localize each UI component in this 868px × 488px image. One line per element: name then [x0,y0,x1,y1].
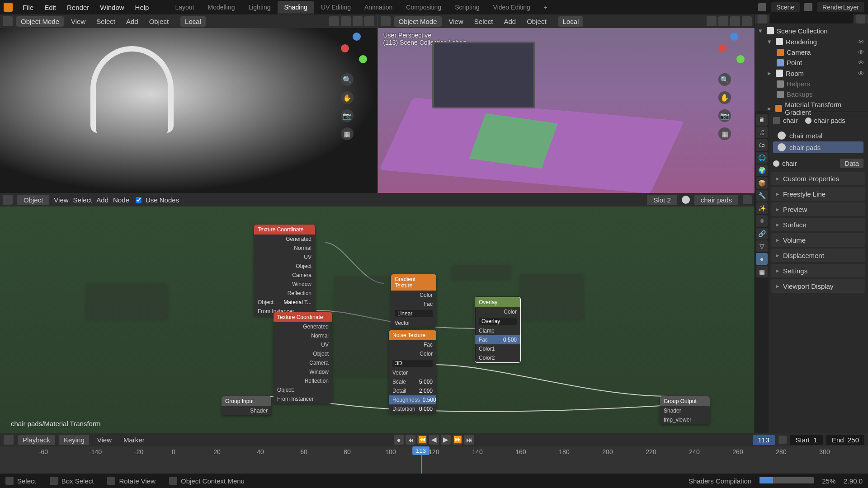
node-mix-overlay[interactable]: Overlay Color Overlay Clamp Fac0.500 Col… [475,297,521,363]
vp-menu-object[interactable]: Object [523,16,550,27]
socket-window[interactable]: Window [309,369,329,375]
menu-file[interactable]: File [18,2,38,13]
prop-tab-world[interactable]: 🌍 [756,164,768,176]
node-menu-add[interactable]: Add [96,196,108,204]
socket-generated[interactable]: Generated [286,236,311,242]
current-frame-field[interactable]: 113 [753,435,775,445]
node-texture-coordinate-2[interactable]: Texture Coordinate Generated Normal UV O… [274,312,332,404]
panel-settings[interactable]: ▸Settings [771,264,865,277]
socket-uv[interactable]: UV [321,342,329,348]
shading-matprev-icon[interactable] [353,16,363,26]
shading-matprev-icon[interactable] [730,16,740,26]
scale-value[interactable]: 5.000 [419,379,433,385]
auto-key-icon[interactable]: ● [394,435,404,445]
visibility-icon[interactable]: 👁 [858,38,864,46]
use-nodes-checkbox[interactable]: Use Nodes [134,196,179,204]
play-icon[interactable]: ▶ [441,435,451,445]
prop-tab-physics[interactable]: ⚛ [756,215,768,227]
panel-volume[interactable]: ▸Volume [771,233,865,247]
visibility-icon[interactable]: 👁 [858,48,864,56]
vp-menu-view[interactable]: View [445,16,467,27]
prop-tab-material[interactable]: ● [756,253,768,265]
node-menu-node[interactable]: Node [113,196,129,204]
shading-rendered-icon[interactable] [364,16,374,26]
panel-surface[interactable]: ▸Surface [771,218,865,231]
socket-tmp-viewer[interactable]: tmp_viewer [664,417,691,423]
socket-vector[interactable]: Vector [395,320,410,326]
end-frame-field[interactable]: End 250 [826,435,864,445]
prop-tab-scene[interactable]: 🌐 [756,152,768,164]
keying-menu[interactable]: Keying [59,435,89,445]
editor-type-icon[interactable] [3,195,13,205]
node-noise-texture[interactable]: Noise Texture Fac Color 3D Vector Scale5… [389,330,436,413]
editor-type-icon[interactable] [758,14,767,23]
use-nodes-input[interactable] [136,197,142,203]
outliner-item-room[interactable]: ▸ Room 👁 [755,68,868,79]
nav-gizmo[interactable] [718,33,750,64]
visibility-icon[interactable]: 👁 [858,59,864,66]
blend-mode-selector[interactable]: Overlay [479,318,517,325]
vp-menu-select[interactable]: Select [93,16,119,27]
vp-menu-add[interactable]: Add [123,16,142,27]
tab-uv-editing[interactable]: UV Editing [315,1,357,14]
socket-normal[interactable]: Normal [311,333,329,339]
link-data-toggle[interactable]: Data [840,159,863,168]
faded-node[interactable] [452,265,511,279]
menu-window[interactable]: Window [95,2,128,13]
start-frame-field[interactable]: Start 1 [790,435,823,445]
panel-custom-properties[interactable]: ▸Custom Properties [771,172,865,185]
material-datablock-name[interactable]: chair [782,160,797,167]
editor-type-icon[interactable] [381,16,391,26]
material-item[interactable]: chair metal [773,130,863,141]
socket-window[interactable]: Window [292,281,311,287]
prop-tab-data[interactable]: ▽ [756,240,768,252]
object-field-value[interactable]: Material T... [283,299,311,305]
shading-solid-icon[interactable] [718,16,728,26]
pan-icon[interactable]: ✋ [718,91,731,104]
panel-viewport-display[interactable]: ▸Viewport Display [771,279,865,293]
viewport-right-body[interactable]: User Perspective (113) Scene Collection … [378,28,755,193]
vp-menu-view[interactable]: View [67,16,89,27]
outliner-item-backups[interactable]: Backups [755,89,868,99]
roughness-value[interactable]: 0.500 [423,397,436,403]
editor-type-icon[interactable] [3,16,13,26]
menu-render[interactable]: Render [62,2,94,13]
zoom-icon[interactable]: 🔍 [718,73,731,86]
detail-value[interactable]: 2.000 [419,388,433,394]
vp-menu-select[interactable]: Select [471,16,497,27]
pan-icon[interactable]: ✋ [341,91,354,104]
prop-tab-particle[interactable]: ✨ [756,202,768,214]
menu-help[interactable]: Help [131,2,154,13]
prop-tab-output[interactable]: 🖨 [756,127,768,138]
socket-uv[interactable]: UV [304,254,311,260]
faded-node[interactable] [520,274,583,319]
outliner-item-point[interactable]: Point 👁 [755,57,868,68]
socket-color2[interactable]: Color2 [479,355,495,361]
socket-color[interactable]: Color [420,351,433,357]
node-type-selector[interactable]: Object [17,195,49,205]
outliner-search-input[interactable] [769,14,854,23]
prop-tab-modifier[interactable]: 🔧 [756,190,768,202]
playback-menu[interactable]: Playback [18,435,55,445]
socket-shader[interactable]: Shader [664,408,681,414]
node-menu-select[interactable]: Select [73,196,92,204]
socket-color1[interactable]: Color1 [479,346,495,352]
outliner-item-rendering[interactable]: ▾ Rendering 👁 [755,36,868,47]
mode-selector[interactable]: Object Mode [16,16,64,27]
renderlayer-selector[interactable]: RenderLayer [817,2,864,12]
play-reverse-icon[interactable]: ◀ [429,435,439,445]
tab-video-editing[interactable]: Video Editing [487,1,537,14]
material-name-field[interactable]: chair pads [694,195,738,205]
clamp-checkbox[interactable]: Clamp [479,328,495,334]
zoom-icon[interactable]: 🔍 [341,73,354,86]
camera-view-icon[interactable]: 📷 [718,109,731,122]
node-graph-area[interactable]: Texture Coordinate Generated Normal UV O… [0,206,755,433]
shading-rendered-icon[interactable] [742,16,752,26]
camera-view-icon[interactable]: 📷 [341,109,354,122]
socket-normal[interactable]: Normal [294,245,311,251]
jump-prev-key-icon[interactable]: ⏪ [417,435,427,445]
prop-tab-render[interactable]: 🖥 [756,114,768,126]
prop-tab-object[interactable]: 📦 [756,177,768,189]
distortion-value[interactable]: 0.000 [419,406,433,412]
panel-freestyle-line[interactable]: ▸Freestyle Line [771,187,865,201]
